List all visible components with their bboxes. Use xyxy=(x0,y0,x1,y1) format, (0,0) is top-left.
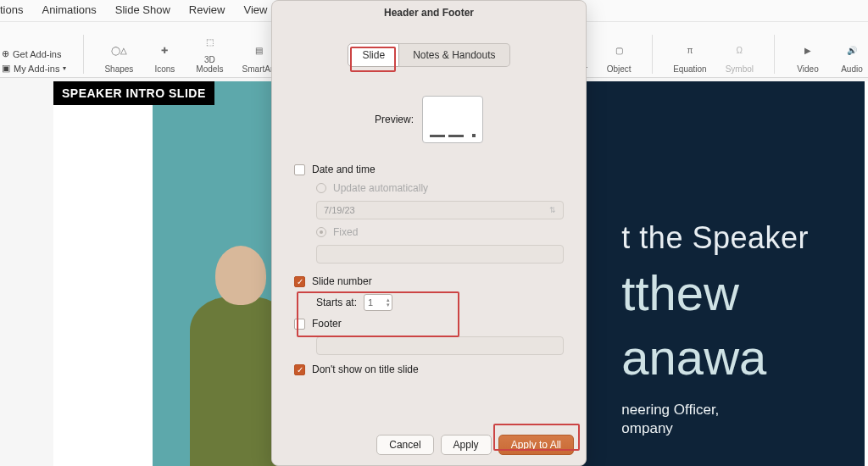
audio-button[interactable]: 🔊 Audio xyxy=(836,38,868,75)
cube-icon: ⬚ xyxy=(197,29,222,54)
icons-button[interactable]: ✚ Icons xyxy=(148,38,181,75)
speaker-name-line1: tthew xyxy=(621,266,809,320)
icons-icon: ✚ xyxy=(152,38,177,64)
equation-button[interactable]: π Equation xyxy=(670,38,709,75)
object-icon: ▢ xyxy=(606,38,632,64)
date-time-checkbox[interactable] xyxy=(294,164,305,175)
starts-at-input[interactable]: 1 ▴▾ xyxy=(364,294,392,311)
update-auto-radio[interactable] xyxy=(316,183,326,193)
my-addins-button[interactable]: ▣ My Add-ins ▾ xyxy=(2,63,66,74)
tab-notes-handouts[interactable]: Notes & Handouts xyxy=(399,43,509,67)
menu-slide-show[interactable]: Slide Show xyxy=(115,3,170,16)
date-format-select[interactable]: 7/19/23 ⇅ xyxy=(316,201,564,219)
speaker-text-block: t the Speaker tthew anawa neering Office… xyxy=(621,220,809,437)
3d-models-button[interactable]: ⬚ 3D Models xyxy=(192,29,226,74)
header-footer-dialog: Header and Footer Slide Notes & Handouts… xyxy=(271,0,587,466)
update-auto-label: Update automatically xyxy=(333,182,428,194)
shapes-icon: ◯△ xyxy=(106,38,131,64)
footer-text-input[interactable] xyxy=(316,336,564,355)
starts-at-label: Starts at: xyxy=(316,297,357,308)
footer-checkbox[interactable] xyxy=(294,319,305,330)
dialog-title: Header and Footer xyxy=(272,1,586,25)
symbol-button[interactable]: Ω Symbol xyxy=(722,38,757,75)
video-icon: ▶ xyxy=(795,38,821,64)
fixed-date-input[interactable] xyxy=(316,245,564,264)
fixed-radio[interactable] xyxy=(316,227,326,237)
speaker-icon: 🔊 xyxy=(839,38,865,64)
stepper-icon: ▴▾ xyxy=(387,297,390,308)
menu-animations[interactable]: Animations xyxy=(42,3,96,16)
dont-show-title-label: Don't show on title slide xyxy=(312,363,419,375)
about-speaker-heading: t the Speaker xyxy=(621,220,809,256)
preview-label: Preview: xyxy=(375,114,414,125)
apply-to-all-button[interactable]: Apply to All xyxy=(498,435,574,455)
chevron-down-icon: ▾ xyxy=(63,64,66,72)
tab-slide[interactable]: Slide xyxy=(348,43,399,67)
get-addins-button[interactable]: ⊕ Get Add-ins xyxy=(2,48,66,59)
slide-title-tag: SPEAKER INTRO SLIDE xyxy=(53,81,214,105)
fixed-label: Fixed xyxy=(333,226,358,238)
speaker-name-line2: anawa xyxy=(621,330,809,385)
speaker-role-line2: ompany xyxy=(621,420,809,437)
menu-review[interactable]: Review xyxy=(189,3,225,16)
cancel-button[interactable]: Cancel xyxy=(376,435,433,455)
preview-thumbnail xyxy=(422,96,483,143)
video-button[interactable]: ▶ Video xyxy=(792,38,824,75)
shapes-button[interactable]: ◯△ Shapes xyxy=(101,38,136,75)
addin-icon: ▣ xyxy=(2,63,10,74)
object-button[interactable]: ▢ Object xyxy=(603,38,635,75)
menu-view[interactable]: View xyxy=(243,3,267,16)
date-time-label: Date and time xyxy=(312,164,376,175)
apply-button[interactable]: Apply xyxy=(441,435,492,455)
dialog-tabs: Slide Notes & Handouts xyxy=(272,43,586,67)
chevron-updown-icon: ⇅ xyxy=(549,206,556,214)
omega-icon: Ω xyxy=(726,38,752,64)
addin-store-icon: ⊕ xyxy=(2,48,9,59)
speaker-role-line1: neering Officer, xyxy=(621,402,809,419)
footer-label: Footer xyxy=(312,318,342,330)
menu-transitions[interactable]: tions xyxy=(0,3,23,16)
dont-show-title-checkbox[interactable]: ✓ xyxy=(294,364,305,375)
slide-number-label: Slide number xyxy=(312,275,372,287)
smartart-icon: ▤ xyxy=(246,38,271,64)
pi-icon: π xyxy=(677,38,703,64)
slide-number-checkbox[interactable]: ✓ xyxy=(294,276,305,287)
